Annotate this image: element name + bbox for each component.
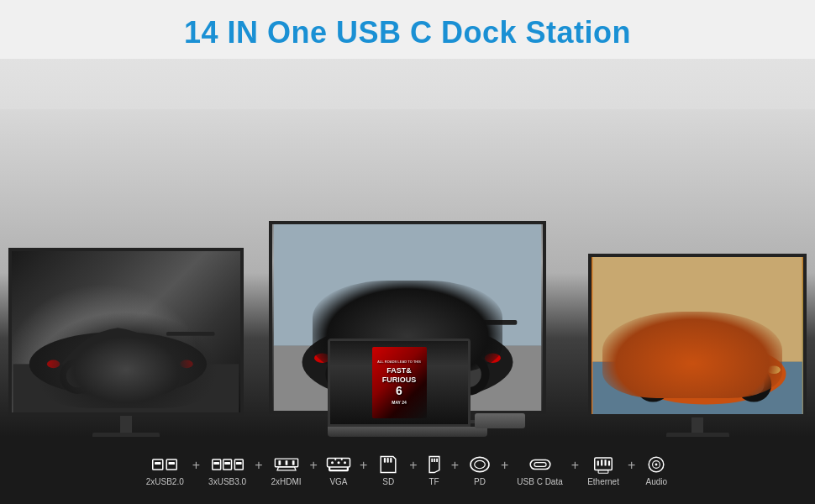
plus-5: +: [408, 458, 418, 473]
icon-item-usbc-data: USB C Data: [510, 455, 569, 486]
icon-item-ethernet: Ethernet: [581, 455, 626, 486]
svg-point-25: [736, 366, 771, 402]
movie-title-line1: FAST&: [386, 366, 412, 375]
plus-2: +: [253, 458, 264, 473]
icon-item-audio: Audio: [637, 455, 676, 486]
plus-8: +: [570, 458, 581, 473]
svg-rect-50: [329, 470, 349, 471]
icon-item-usb3: 3xUSB3.0: [202, 455, 253, 486]
usbc-data-label: USB C Data: [517, 477, 562, 486]
car-image-left: [12, 251, 240, 412]
svg-point-1: [29, 332, 207, 396]
svg-rect-55: [434, 458, 435, 461]
car-image-right: [592, 257, 803, 414]
svg-rect-63: [597, 460, 599, 465]
ethernet-label: Ethernet: [587, 477, 619, 486]
movie-poster: ALL ROADS LEAD TO THIS FAST& FURIOUS 6 M…: [372, 347, 427, 418]
svg-rect-35: [224, 461, 230, 464]
svg-rect-37: [235, 461, 241, 464]
svg-rect-8: [166, 332, 215, 336]
svg-point-58: [475, 460, 486, 468]
svg-point-69: [655, 463, 658, 465]
vga-label: VGA: [329, 477, 347, 486]
tf-icon: [426, 455, 443, 474]
svg-rect-65: [604, 459, 606, 465]
plus-4: +: [358, 458, 369, 473]
plus-6: +: [450, 458, 460, 473]
svg-point-6: [47, 360, 60, 369]
svg-rect-66: [608, 460, 610, 465]
usb3-icon: [212, 455, 244, 474]
svg-rect-41: [292, 460, 294, 465]
page-title: 14 IN One USB C Dock Station: [0, 0, 815, 59]
svg-point-44: [337, 461, 339, 464]
svg-rect-53: [390, 457, 392, 462]
plus-7: +: [499, 458, 510, 473]
usb2-label: 2xUSB2.0: [146, 477, 184, 486]
monitor-right-screen: [588, 254, 807, 417]
movie-title-number: 6: [396, 384, 402, 398]
svg-point-57: [471, 457, 489, 471]
icon-item-usb2: 2xUSB2.0: [139, 455, 191, 486]
usb2-icon: [152, 455, 177, 474]
monitor-left-screen: [8, 248, 244, 416]
dock-device: [475, 413, 525, 428]
svg-rect-0: [13, 364, 239, 412]
svg-point-47: [341, 458, 343, 459]
plus-1: +: [191, 458, 202, 473]
svg-rect-39: [278, 460, 281, 465]
hdmi-icon: [274, 455, 299, 474]
svg-rect-20: [592, 257, 802, 362]
icon-item-vga: VGA: [319, 455, 358, 486]
plus-9: +: [626, 458, 637, 473]
icon-item-hdmi: 2xHDMI: [264, 455, 308, 486]
ethernet-icon: [591, 455, 616, 474]
svg-point-45: [344, 461, 346, 464]
svg-rect-62: [598, 470, 608, 473]
svg-rect-31: [169, 462, 176, 465]
usb3-label: 3xUSB3.0: [208, 477, 246, 486]
movie-title-line2: FURIOUS: [382, 375, 417, 385]
icons-bar: 2xUSB2.0 + 3xUSB3.0 +: [0, 437, 815, 504]
usbc-data-icon: [528, 455, 553, 474]
icon-item-tf: TF: [419, 455, 450, 486]
svg-rect-17: [460, 320, 518, 325]
pd-icon: [467, 455, 492, 474]
svg-point-27: [767, 365, 780, 374]
svg-rect-59: [530, 459, 550, 469]
pd-label: PD: [474, 477, 486, 486]
svg-rect-54: [431, 458, 433, 461]
svg-rect-9: [274, 224, 542, 346]
svg-point-46: [334, 458, 336, 459]
monitor-left: [8, 248, 244, 441]
svg-rect-33: [213, 461, 219, 464]
tf-label: TF: [429, 477, 439, 486]
svg-point-7: [180, 360, 192, 369]
sd-icon: [376, 455, 401, 474]
laptop-screen-content: ALL ROADS LEAD TO THIS FAST& FURIOUS 6 M…: [330, 341, 468, 424]
svg-rect-56: [436, 458, 438, 461]
svg-rect-52: [387, 457, 389, 462]
monitor-right: [588, 254, 807, 441]
laptop-screen: ALL ROADS LEAD TO THIS FAST& FURIOUS 6 M…: [328, 339, 471, 427]
svg-point-23: [635, 366, 670, 402]
page-wrapper: 14 IN One USB C Dock Station: [0, 0, 815, 504]
monitor-left-stand-neck: [120, 416, 132, 433]
svg-point-43: [331, 461, 334, 464]
svg-point-2: [60, 359, 95, 394]
laptop-base: [328, 427, 487, 437]
svg-rect-29: [155, 462, 161, 465]
sd-label: SD: [382, 477, 394, 486]
svg-point-24: [643, 374, 664, 395]
movie-title-date: MAY 24: [392, 400, 407, 405]
vga-icon: [326, 455, 351, 474]
svg-rect-21: [592, 362, 802, 414]
svg-rect-51: [384, 457, 386, 462]
svg-rect-40: [285, 460, 287, 465]
audio-label: Audio: [645, 477, 667, 486]
svg-point-5: [151, 365, 174, 387]
movie-poster-text: ALL ROADS LEAD TO THIS: [377, 360, 421, 365]
svg-point-26: [744, 374, 765, 395]
hdmi-label: 2xHDMI: [271, 477, 301, 486]
laptop: ALL ROADS LEAD TO THIS FAST& FURIOUS 6 M…: [328, 339, 487, 437]
